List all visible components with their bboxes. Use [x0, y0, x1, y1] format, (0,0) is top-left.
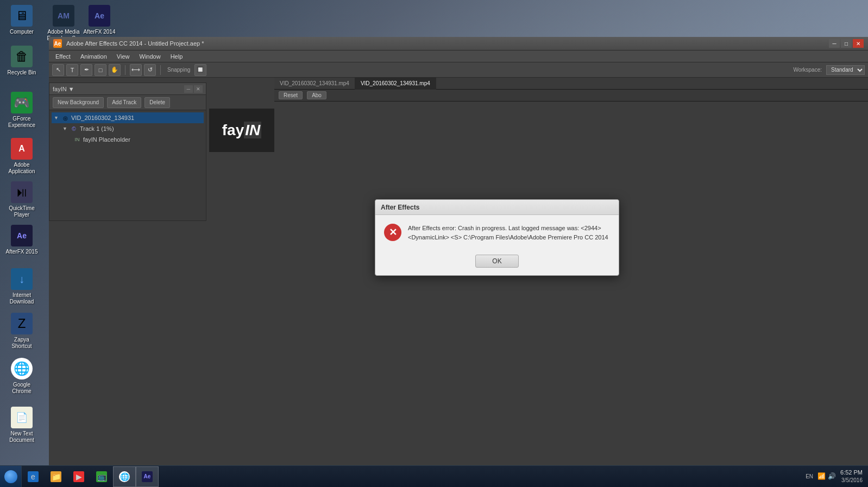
- new-background-button[interactable]: New Background: [53, 97, 104, 108]
- taskbar-language: EN: [806, 473, 813, 479]
- snapping-label: Snapping: [165, 67, 192, 73]
- ae-dialog-message: After Effects error: Crash in progress. …: [408, 224, 610, 242]
- ae-dialog-title: After Effects: [381, 204, 419, 211]
- start-button[interactable]: [0, 466, 22, 488]
- workspace-label: Workspace:: [791, 67, 824, 73]
- tree-icon-root: ◎: [61, 114, 69, 122]
- ae-app-icon: Ae: [53, 39, 62, 48]
- taskbar-clock[interactable]: 6:52 PM 3/5/2016: [840, 469, 863, 484]
- tree-icon-placeholder: IN: [73, 136, 81, 143]
- tree-label-root: VID_20160302_134931: [71, 115, 134, 121]
- tree-icon-track1: ©: [70, 125, 78, 132]
- desktop-icon-afterfx[interactable]: Ae AfterFX 2015: [3, 223, 41, 257]
- ae-window-title: Adobe After Effects CC 2014 - Untitled P…: [66, 40, 825, 47]
- desktop-icon-adobe[interactable]: A Adobe Application: [3, 136, 41, 177]
- taskbar-right: EN 📶 🔊 6:52 PM 3/5/2016: [800, 469, 868, 484]
- workspace-select[interactable]: Standard: [826, 65, 865, 75]
- tree-item-placeholder[interactable]: IN fayIN Placeholder: [52, 134, 204, 145]
- source-tab-1[interactable]: VID_20160302_134931.mp4: [274, 78, 355, 90]
- taskbar-item-chrome[interactable]: 🌐: [113, 466, 136, 487]
- taskbar-sys-icons: 📶 🔊: [817, 472, 836, 480]
- desktop-icon-afterfx2014[interactable]: Ae AfterFX 2014: [80, 3, 118, 37]
- tree-expand-track1: ▼: [62, 126, 68, 131]
- reset-button[interactable]: Reset: [279, 91, 303, 99]
- taskbar-items: e 📁 ▶ 📺 🌐 Ae: [22, 466, 800, 487]
- desktop: 🖥 Computer 🗑 Recycle Bin 🎮 GForce Experi…: [0, 0, 868, 487]
- menu-help[interactable]: Help: [166, 52, 187, 61]
- desktop-icon-zapya[interactable]: Z Zapya Shortcut: [3, 311, 41, 352]
- menu-view[interactable]: View: [112, 52, 134, 61]
- taskbar-item-wmc[interactable]: 📺: [90, 466, 113, 487]
- tree-label-track1: Track 1 (1%): [80, 125, 114, 132]
- abo-button[interactable]: Abo: [307, 91, 326, 99]
- taskbar: e 📁 ▶ 📺 🌐 Ae EN 📶 🔊: [0, 465, 868, 487]
- source-control-bar: Reset Abo: [274, 90, 868, 102]
- taskbar-time: 6:52 PM: [840, 469, 863, 477]
- tree-item-root[interactable]: ▼ ◎ VID_20160302_134931: [52, 112, 204, 123]
- fayin-logo-text: fayIN: [222, 122, 261, 139]
- fayin-minimize-btn[interactable]: ─: [184, 85, 193, 93]
- ae-error-dialog: After Effects ✕ After Effects error: Cra…: [375, 199, 619, 276]
- taskbar-icon-wmp: ▶: [73, 471, 84, 482]
- fayin-panel-header: fayIN ▼ ─ ✕: [49, 83, 206, 95]
- desktop-icon-computer[interactable]: 🖥 Computer: [3, 3, 41, 37]
- menu-effect[interactable]: Effect: [51, 52, 75, 61]
- tool-rotate[interactable]: ↺: [144, 64, 156, 76]
- taskbar-item-ae[interactable]: Ae: [136, 466, 159, 487]
- tool-pen[interactable]: ✒: [80, 64, 92, 76]
- fayin-logo-preview: fayIN: [209, 109, 274, 152]
- ae-dialog-titlebar: After Effects: [375, 200, 619, 215]
- start-orb-icon: [4, 470, 17, 483]
- taskbar-icon-ae: Ae: [142, 471, 153, 482]
- toolbar-divider-1: [125, 65, 125, 75]
- tool-move[interactable]: ⟷: [130, 64, 142, 76]
- tool-hand[interactable]: ✋: [109, 64, 121, 76]
- ae-maximize-button[interactable]: □: [841, 39, 852, 48]
- taskbar-icon-chrome: 🌐: [119, 471, 130, 482]
- media-source-tabs: VID_20160302_134931.mp4 VID_20160302_134…: [274, 78, 868, 90]
- fayin-logo-fay: fay: [222, 122, 244, 138]
- ae-error-icon: ✕: [384, 224, 401, 241]
- tree-item-track1[interactable]: ▼ © Track 1 (1%): [52, 123, 204, 134]
- source-tab-2[interactable]: VID_20160302_134931.mp4: [355, 78, 436, 90]
- ae-dialog-ok-button[interactable]: OK: [475, 255, 519, 268]
- taskbar-item-explorer[interactable]: 📁: [45, 466, 67, 487]
- taskbar-icon-ie: e: [28, 471, 39, 482]
- ae-dialog-body: ✕ After Effects error: Crash in progress…: [375, 215, 619, 250]
- add-track-button[interactable]: Add Track: [107, 97, 141, 108]
- ae-menubar: Effect Animation View Window Help: [49, 50, 868, 62]
- ae-minimize-button[interactable]: ─: [829, 39, 840, 48]
- taskbar-item-wmp[interactable]: ▶: [67, 466, 90, 487]
- snapping-toggle[interactable]: 🔲: [194, 64, 206, 76]
- taskbar-date: 3/5/2016: [840, 477, 863, 484]
- fayin-toolbar: New Background Add Track Delete: [49, 95, 206, 110]
- fayin-panel-title: fayIN ▼: [53, 86, 74, 92]
- ae-dialog-buttons: OK: [375, 250, 619, 275]
- tree-expand-root: ▼: [54, 115, 59, 121]
- taskbar-icon-explorer: 📁: [51, 471, 61, 482]
- taskbar-sound-icon: 🔊: [828, 472, 836, 480]
- desktop-icon-text-doc[interactable]: 📄 New Text Document: [3, 404, 41, 446]
- delete-button[interactable]: Delete: [144, 97, 170, 108]
- menu-animation[interactable]: Animation: [76, 52, 111, 61]
- fayin-logo-in: IN: [244, 122, 261, 138]
- ae-titlebar: Ae Adobe After Effects CC 2014 - Untitle…: [49, 37, 868, 50]
- toolbar-divider-2: [160, 65, 161, 75]
- fayin-close-btn[interactable]: ✕: [194, 85, 203, 93]
- desktop-icon-chrome[interactable]: 🌐 Google Chrome: [3, 356, 41, 397]
- fayin-panel: fayIN ▼ ─ ✕ New Background Add Track Del…: [49, 83, 206, 221]
- desktop-icon-internet-dl[interactable]: ↓ Internet Download: [3, 266, 41, 307]
- tree-label-placeholder: fayIN Placeholder: [83, 136, 130, 143]
- desktop-icon-gforce[interactable]: 🎮 GForce Experience: [3, 90, 41, 131]
- taskbar-item-ie[interactable]: e: [22, 466, 45, 487]
- tool-selection[interactable]: ↖: [52, 64, 64, 76]
- tool-text[interactable]: T: [66, 64, 78, 76]
- desktop-icon-quicktime[interactable]: ⏯ QuickTime Player: [3, 179, 41, 220]
- taskbar-network-icon: 📶: [817, 472, 826, 480]
- fayin-tree: ▼ ◎ VID_20160302_134931 ▼ © Track 1 (1%)…: [49, 110, 206, 220]
- ae-toolbar: ↖ T ✒ □ ✋ ⟷ ↺ Snapping 🔲 Workspace: Stan…: [49, 62, 868, 78]
- tool-shape[interactable]: □: [95, 64, 106, 76]
- ae-close-button[interactable]: ✕: [853, 39, 864, 48]
- desktop-icon-recycle[interactable]: 🗑 Recycle Bin: [3, 43, 41, 78]
- menu-window[interactable]: Window: [135, 52, 165, 61]
